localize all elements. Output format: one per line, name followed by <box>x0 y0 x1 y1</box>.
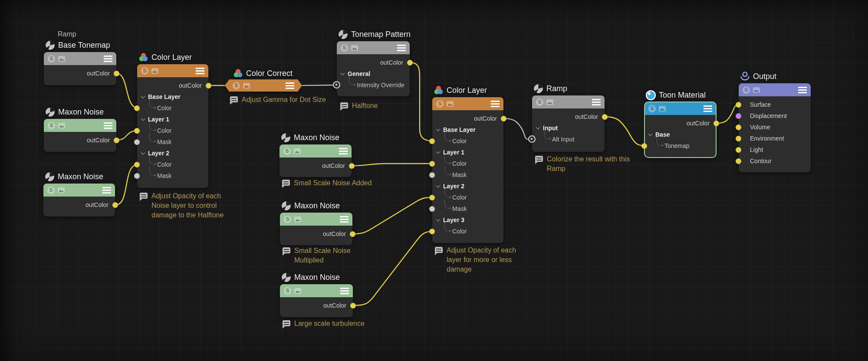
outcolor-port[interactable] <box>114 71 119 76</box>
solo-icon[interactable]: S <box>743 86 750 94</box>
solo-icon[interactable]: S <box>284 287 291 295</box>
preview-icon[interactable] <box>294 148 301 154</box>
input-port[interactable] <box>429 161 435 167</box>
chevron-down-icon[interactable] <box>648 132 653 136</box>
outcolor-port[interactable] <box>114 138 119 143</box>
node-header[interactable]: S <box>337 41 410 54</box>
input-port[interactable] <box>429 172 435 178</box>
comment[interactable]: Adjust Opacity of each Noise layer to co… <box>140 191 224 220</box>
chevron-down-icon[interactable] <box>536 125 540 130</box>
input-port[interactable] <box>429 195 435 200</box>
solo-icon[interactable]: S <box>536 98 543 106</box>
wire-noise5-to-colorlayer2[interactable] <box>354 231 433 305</box>
outcolor-port[interactable] <box>350 231 355 237</box>
outcolor-port[interactable] <box>112 202 118 208</box>
solo-icon[interactable]: S <box>48 122 55 129</box>
input-port[interactable] <box>736 102 741 108</box>
solo-icon[interactable]: S <box>341 44 348 52</box>
wire-colorlayer2-to-ramp[interactable] <box>504 118 529 139</box>
input-port[interactable] <box>429 206 435 212</box>
wire-noise2-to-colorlayer1[interactable] <box>116 164 138 205</box>
outcolor-port[interactable] <box>206 83 211 89</box>
comment[interactable]: Halftone <box>340 101 378 111</box>
chevron-down-icon[interactable] <box>436 184 441 188</box>
preview-icon[interactable] <box>243 83 250 89</box>
menu-icon[interactable] <box>286 82 294 89</box>
solo-icon[interactable]: S <box>283 148 291 155</box>
outcolor-port[interactable] <box>349 163 355 169</box>
input-port[interactable] <box>736 113 741 119</box>
group-row[interactable]: Layer 3 <box>432 214 503 226</box>
solo-icon[interactable]: S <box>141 67 148 75</box>
input-port[interactable] <box>134 128 140 134</box>
node-maxon-noise-5[interactable]: Maxon Noise S outColor <box>280 284 353 317</box>
menu-icon[interactable] <box>104 56 112 62</box>
solo-icon[interactable]: S <box>436 100 444 108</box>
node-header[interactable]: S <box>137 64 208 77</box>
menu-icon[interactable] <box>491 101 500 107</box>
node-header[interactable]: S <box>43 184 115 197</box>
comment[interactable]: Adjust Opacity of each layer for more or… <box>435 246 516 274</box>
solo-icon[interactable]: S <box>648 105 656 112</box>
group-row[interactable]: Input <box>532 122 605 134</box>
menu-icon[interactable] <box>798 87 807 93</box>
node-color-correct[interactable]: Color Correct S <box>225 79 302 92</box>
comment[interactable]: Small Scale Noise Added <box>282 178 372 188</box>
solo-icon[interactable]: S <box>48 55 55 62</box>
comment[interactable]: Adjust Gamma for Dot Size <box>230 95 326 105</box>
node-ramp[interactable]: Ramp S outColor Input Alt Input <box>532 95 605 152</box>
chevron-down-icon[interactable] <box>141 94 145 98</box>
input-port[interactable] <box>736 158 741 164</box>
group-row[interactable]: Layer 2 <box>137 148 208 159</box>
node-base-tonemap[interactable]: Ramp Base Tonemap S outColor <box>44 52 116 85</box>
node-graph-canvas[interactable]: Ramp Base Tonemap S outColor Maxon Noise… <box>0 0 868 361</box>
input-port[interactable] <box>134 162 140 167</box>
outcolor-port[interactable] <box>713 121 719 126</box>
node-header[interactable]: S <box>739 83 811 96</box>
menu-icon[interactable] <box>339 148 348 154</box>
menu-icon[interactable] <box>704 105 712 112</box>
menu-icon[interactable] <box>196 68 204 74</box>
node-header[interactable]: S <box>44 52 116 65</box>
input-port[interactable] <box>134 139 140 145</box>
node-color-layer-1[interactable]: Color Layer S outColor Base Layer Color … <box>137 64 208 188</box>
node-maxon-noise-3[interactable]: Maxon Noise S outColor <box>279 144 352 177</box>
group-row[interactable]: Layer 2 <box>432 180 503 192</box>
outcolor-port[interactable] <box>350 303 356 308</box>
input-port[interactable] <box>736 147 741 153</box>
preview-icon[interactable] <box>58 123 65 128</box>
alt-input-port[interactable] <box>333 81 340 89</box>
input-port[interactable] <box>134 173 140 179</box>
wire-colorcorrect-to-tonemappattern[interactable] <box>302 85 333 85</box>
preview-icon[interactable] <box>151 68 158 74</box>
menu-icon[interactable] <box>340 216 349 223</box>
preview-icon[interactable] <box>294 288 301 294</box>
menu-icon[interactable] <box>104 122 112 129</box>
menu-icon[interactable] <box>397 45 406 51</box>
group-row[interactable]: Base <box>644 129 716 140</box>
comment[interactable]: Colorize the result with this Ramp <box>535 154 630 174</box>
solo-icon[interactable]: S <box>233 82 240 89</box>
chevron-down-icon[interactable] <box>436 217 441 222</box>
input-port[interactable] <box>736 125 741 130</box>
outcolor-port[interactable] <box>407 60 413 66</box>
menu-icon[interactable] <box>102 187 111 194</box>
collapsed-node-header[interactable]: S <box>225 79 302 92</box>
input-port[interactable] <box>134 105 140 111</box>
wire-tonemappattern-to-colorlayer2[interactable] <box>410 62 433 141</box>
node-color-layer-2[interactable]: Color Layer S outColor Base Layer Color … <box>432 97 503 243</box>
group-row[interactable]: Layer 1 <box>137 114 208 125</box>
node-maxon-noise-2[interactable]: Maxon Noise S outColor <box>43 184 115 217</box>
node-header[interactable]: S <box>44 119 116 132</box>
outcolor-port[interactable] <box>501 116 506 121</box>
chevron-down-icon[interactable] <box>436 127 441 131</box>
node-maxon-noise-1[interactable]: Maxon Noise S outColor <box>44 119 116 152</box>
node-maxon-noise-4[interactable]: Maxon Noise S outColor <box>280 213 352 245</box>
node-header[interactable]: S <box>280 284 353 297</box>
wire-toon-to-output[interactable] <box>717 105 738 123</box>
node-output[interactable]: Output S Surface Displacement Volume Env… <box>739 83 811 172</box>
preview-icon[interactable] <box>753 87 760 93</box>
solo-icon[interactable]: S <box>47 187 55 194</box>
chevron-down-icon[interactable] <box>341 71 345 75</box>
preview-icon[interactable] <box>659 106 666 112</box>
